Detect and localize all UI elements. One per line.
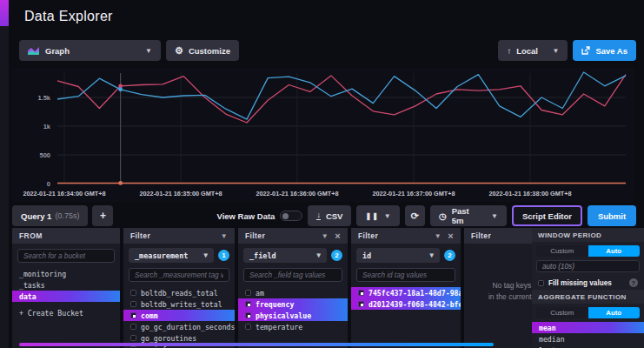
view-raw-data-toggle[interactable] [280, 211, 302, 221]
chevron-down-icon[interactable]: ▼ [221, 232, 228, 240]
scope-label: Local [516, 46, 538, 56]
field-search-input[interactable] [243, 268, 342, 282]
item-label: frequency [256, 300, 294, 309]
tag-key-dropdown[interactable]: _field ▼ [243, 248, 327, 263]
svg-text:2022-01-21 16:38:00 GMT+8: 2022-01-21 16:38:00 GMT+8 [488, 190, 571, 197]
script-editor-button[interactable]: Script Editor [512, 205, 582, 226]
create-bucket-button[interactable]: + Create Bucket [12, 307, 120, 318]
list-item[interactable]: data [12, 291, 120, 302]
query-tab[interactable]: Query 1 (0.75s) [12, 205, 88, 226]
filter-header-label: Filter [358, 231, 378, 240]
checkbox[interactable] [130, 290, 136, 296]
checkbox[interactable] [245, 312, 251, 318]
export-icon [581, 46, 590, 55]
pause-dropdown-button[interactable]: ❚❚ ▼ [356, 205, 399, 226]
item-label: data [19, 292, 37, 301]
chevron-down-icon[interactable]: ▼ [322, 232, 329, 240]
item-label: mean [539, 324, 556, 332]
download-icon: ↓ [316, 211, 321, 220]
list-item[interactable]: median [532, 333, 644, 345]
list-item[interactable]: d2012439-f068-4842-bfef-8… [351, 298, 461, 310]
item-label: comm [141, 311, 158, 320]
app-logo[interactable] [0, 0, 9, 26]
list-item[interactable]: mean [532, 322, 644, 333]
filter-panel-field: Filter ▼ × _field ▼ 2 amfrequencyphysica… [238, 228, 348, 348]
checkbox[interactable] [358, 301, 364, 307]
item-label: _monitoring [19, 270, 66, 278]
list-item[interactable]: go_gc_duration_seconds [123, 321, 235, 332]
id-search-input[interactable] [356, 268, 455, 282]
close-icon[interactable]: × [335, 231, 341, 241]
list-item[interactable]: _tasks [12, 279, 120, 291]
help-icon[interactable]: ? [629, 278, 638, 287]
list-item[interactable]: 745fc437-18a1-48d7-98a6-7… [351, 287, 461, 298]
list-item[interactable]: comm [123, 310, 235, 321]
custom-option[interactable]: Custom [536, 307, 588, 318]
checkbox[interactable] [130, 301, 136, 307]
checkbox[interactable] [358, 290, 364, 296]
chevron-down-icon: ▼ [145, 47, 152, 55]
svg-text:500: 500 [39, 151, 50, 159]
checkbox[interactable] [245, 290, 251, 296]
view-toolbar: Graph ▼ ⚙ Customize ↑ Local ▼ Save As [19, 40, 636, 61]
window-period-mode-toggle[interactable]: Custom Auto [536, 245, 640, 257]
refresh-button[interactable]: ⟳ [405, 205, 425, 226]
item-label: d2012439-f068-4842-bfef-8… [368, 300, 461, 309]
aggregate-function-header: AGGREGATE FUNCTION [532, 290, 644, 304]
svg-text:2022-01-21 16:36:00 GMT+8: 2022-01-21 16:36:00 GMT+8 [256, 190, 338, 197]
close-icon[interactable]: × [448, 231, 454, 241]
tag-key-label: id [362, 251, 371, 260]
list-item[interactable]: boltdb_writes_total [123, 298, 235, 310]
chevron-down-icon[interactable]: ▼ [435, 232, 442, 240]
tag-key-dropdown[interactable]: id ▼ [356, 248, 440, 263]
filter-header: Filter ▼ × [351, 228, 461, 244]
list-item[interactable]: boltdb_reads_total [123, 287, 235, 298]
visualization-type-label: Graph [45, 46, 70, 56]
aggregate-mode-toggle[interactable]: Custom Auto [536, 307, 640, 318]
custom-option[interactable]: Custom [536, 245, 588, 257]
list-item[interactable]: frequency [238, 298, 348, 310]
customize-label: Customize [189, 46, 230, 56]
add-query-button[interactable]: + [92, 205, 113, 226]
bucket-list: _monitoring_tasksdata [12, 268, 120, 307]
view-raw-data-label: View Raw Data [217, 211, 276, 221]
list-item[interactable]: _monitoring [12, 268, 120, 279]
auto-option[interactable]: Auto [588, 307, 641, 318]
fill-missing-checkbox[interactable] [538, 280, 544, 286]
csv-download-button[interactable]: ↓ CSV [308, 205, 351, 226]
checkbox[interactable] [245, 301, 251, 307]
query-tab-duration: (0.75s) [55, 211, 79, 220]
checkbox[interactable] [130, 335, 136, 341]
time-series-chart[interactable]: 05001k1.5k2022-01-21 16:34:00 GMT+82022-… [12, 68, 634, 202]
checkbox[interactable] [245, 324, 251, 330]
bucket-search-input[interactable] [17, 249, 115, 263]
window-period-header: WINDOW PERIOD [532, 228, 644, 242]
fill-missing-label: Fill missing values [548, 279, 625, 287]
measurement-search-input[interactable] [129, 268, 229, 282]
customize-button[interactable]: ⚙ Customize [166, 40, 239, 61]
csv-label: CSV [326, 211, 343, 221]
clock-icon: ◷ [439, 211, 447, 221]
time-range-dropdown[interactable]: ◷ Past 5m ▼ [430, 205, 507, 226]
item-label: temperature [256, 323, 302, 331]
tag-key-dropdown[interactable]: _measurement ▼ [129, 248, 214, 263]
checkbox[interactable] [130, 324, 136, 330]
filter-header-label: Filter [471, 231, 491, 240]
visualization-type-dropdown[interactable]: Graph ▼ [19, 40, 161, 61]
gear-icon: ⚙ [175, 46, 183, 56]
scope-dropdown[interactable]: ↑ Local ▼ [498, 40, 568, 61]
list-item[interactable]: am [238, 287, 348, 298]
submit-button[interactable]: Submit [588, 205, 636, 226]
list-item[interactable]: physicalvalue [238, 310, 348, 321]
save-as-button[interactable]: Save As [573, 40, 636, 61]
item-label: go_goroutines [141, 334, 196, 343]
window-period-input[interactable]: auto (10s) [536, 260, 640, 272]
list-item[interactable]: last [532, 345, 644, 348]
auto-option[interactable]: Auto [588, 245, 641, 257]
horizontal-scrollbar[interactable] [19, 343, 494, 346]
list-item[interactable]: temperature [238, 321, 348, 332]
checkbox[interactable] [130, 312, 136, 318]
svg-text:1k: 1k [43, 123, 51, 130]
from-panel-header: FROM [12, 228, 120, 244]
selected-count-badge: 1 [218, 250, 229, 261]
